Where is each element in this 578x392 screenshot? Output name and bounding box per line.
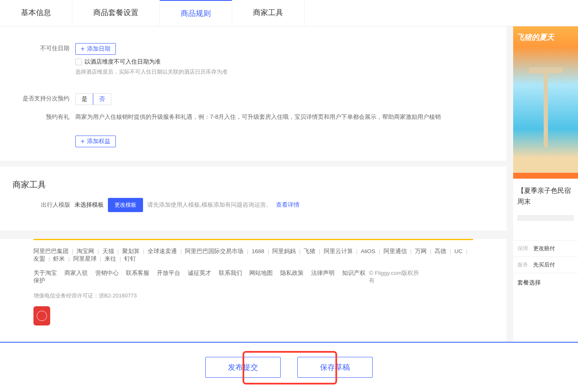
bottom-action-bar: 发布提交 保存草稿 — [0, 342, 578, 392]
change-template-button[interactable]: 更改模板 — [108, 198, 143, 212]
license-text: 增值电信业务经营许可证：浙B2-20160773 — [0, 290, 506, 306]
tab-product-rules[interactable]: 商品规则 — [160, 0, 232, 26]
tab-basic-info[interactable]: 基本信息 — [0, 0, 72, 26]
sidebar-product-title: 【夏季亲子色民宿周末 — [517, 185, 574, 207]
toggle-yes[interactable]: 是 — [76, 94, 93, 105]
service-value: 先买后付 — [533, 261, 555, 269]
top-tabs: 基本信息 商品套餐设置 商品规则 商家工具 — [0, 0, 578, 26]
guarantee-label: 保障 — [517, 245, 533, 252]
sidebar-preview: 飞猪的夏天 【夏季亲子色民宿周末 保障 更改赔付 服务 先买后付 套餐选择 — [513, 26, 578, 368]
promo-image: 飞猪的夏天 — [513, 26, 578, 173]
add-benefit-button[interactable]: + 添加权益 — [75, 136, 116, 147]
split-booking-label: 是否支持分次预约 — [0, 93, 75, 102]
hotel-dimension-checkbox[interactable] — [75, 59, 82, 65]
booking-gift-label: 预约有礼 — [0, 112, 75, 121]
hotel-dimension-label: 以酒店维度不可入住日期为准 — [84, 58, 161, 66]
merchant-tools-title: 商家工具 — [0, 175, 506, 198]
copyright: © Fliggy.com版权所有 — [369, 269, 423, 284]
service-label: 服务 — [517, 261, 533, 269]
gov-badge-icon[interactable] — [33, 306, 50, 325]
plus-icon: + — [81, 46, 84, 52]
booking-gift-desc: 商家为用户入住核销时提供的升级服务和礼遇，例：7-8月入住，可升级套房入住哦，宝… — [75, 112, 506, 122]
save-draft-button[interactable]: 保存草稿 — [297, 357, 373, 378]
tab-package-settings[interactable]: 商品套餐设置 — [72, 0, 160, 26]
split-booking-toggle: 是 否 — [75, 93, 111, 105]
hotel-dimension-hint: 选择酒店维度后，实际不可入住日期以关联的酒店日历库存为准 — [75, 68, 506, 76]
package-select-label: 套餐选择 — [513, 273, 578, 292]
truncated-prev-row — [0, 35, 506, 40]
template-hint: 请先添加使用人模板,模板添加有问题咨询运营。 — [147, 201, 272, 209]
promo-slogan: 飞猪的夏天 — [517, 32, 578, 42]
unavailable-date-label: 不可住日期 — [0, 43, 75, 52]
footer-links-row1: 阿里巴巴集团| 淘宝网| 天猫| 聚划算| 全球速卖通| 阿里巴巴国际交易市场|… — [0, 240, 506, 267]
footer-links-row2: 关于淘宝 商家入驻 营销中心 联系客服 开放平台 诚征英才 联系我们 网站地图 … — [0, 267, 506, 290]
view-details-link[interactable]: 查看详情 — [276, 201, 299, 209]
plus-icon: + — [81, 138, 84, 145]
add-date-button[interactable]: + 添加日期 — [75, 43, 116, 55]
publish-button[interactable]: 发布提交 — [205, 357, 281, 378]
traveler-template-label: 出行人模版 — [41, 201, 70, 209]
tab-merchant-tools[interactable]: 商家工具 — [232, 0, 304, 26]
template-status: 未选择模板 — [74, 201, 104, 209]
guarantee-value: 更改赔付 — [533, 245, 555, 252]
toggle-no[interactable]: 否 — [93, 93, 111, 105]
sidebar-placeholder — [517, 215, 574, 221]
main-content: 不可住日期 + 添加日期 以酒店维度不可入住日期为准 选择酒店维度后，实际不可入… — [0, 26, 510, 368]
